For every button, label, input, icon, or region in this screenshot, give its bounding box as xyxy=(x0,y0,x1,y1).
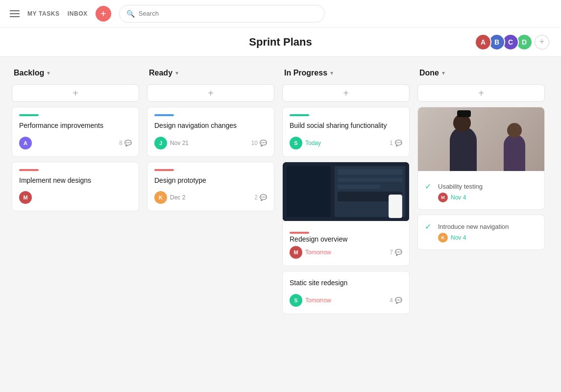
avatar: M xyxy=(438,193,448,202)
card[interactable]: Performance improvements A 8 💬 xyxy=(12,107,139,157)
card-title: Usability testing xyxy=(438,183,483,190)
comment-count: 4 xyxy=(390,297,393,304)
global-add-button[interactable]: + xyxy=(96,6,111,22)
kanban-board: Backlog ▾ + Performance improvements A 8… xyxy=(0,57,561,392)
card-accent xyxy=(290,114,309,116)
comment-icon: 💬 xyxy=(395,297,402,304)
card-assignee: M xyxy=(19,191,32,204)
card-comments: 1 💬 xyxy=(390,140,402,147)
comment-count: 1 xyxy=(390,140,393,147)
card[interactable]: Design navigation changes J Nov 21 10 💬 xyxy=(147,107,274,157)
card[interactable]: Build social sharing functionality S Tod… xyxy=(282,107,410,157)
card-accent xyxy=(154,114,174,116)
card-footer: S Tomorrow 4 💬 xyxy=(290,294,402,307)
completed-card-content: Introduce new navigation K Nov 4 xyxy=(438,222,537,243)
card-footer: S Today 1 💬 xyxy=(290,137,402,149)
column-header-done: Done ▾ xyxy=(417,69,545,77)
avatar: S xyxy=(290,137,302,149)
add-card-button-ready[interactable]: + xyxy=(147,84,274,102)
card-title: Implement new designs xyxy=(19,176,132,186)
comment-icon: 💬 xyxy=(260,194,267,201)
avatar: J xyxy=(154,137,167,149)
card-screenshot xyxy=(283,162,409,221)
card-footer: J Nov 21 10 💬 xyxy=(154,137,267,149)
card[interactable]: ✓ Usability testing M Nov 4 xyxy=(417,107,545,210)
card-assignee: M Tomorrow xyxy=(290,246,331,259)
card-footer: M Nov 4 xyxy=(438,193,537,202)
card-title: Design navigation changes xyxy=(154,121,267,131)
comment-count: 8 xyxy=(119,140,122,147)
card-comments: 2 💬 xyxy=(254,194,267,201)
column-title-done: Done xyxy=(419,69,439,77)
column-title-backlog: Backlog xyxy=(14,69,44,77)
chevron-down-icon: ▾ xyxy=(175,70,178,76)
card-date: Nov 4 xyxy=(451,194,466,201)
chevron-down-icon: ▾ xyxy=(330,70,333,76)
comment-icon: 💬 xyxy=(395,249,402,256)
avatar: A xyxy=(475,34,491,50)
card-title: Redesign overview xyxy=(290,235,347,243)
card[interactable]: Static site redesign S Tomorrow 4 💬 xyxy=(282,271,410,314)
avatar: M xyxy=(19,191,32,204)
card-date: Tomorrow xyxy=(305,249,331,256)
card-comments: 7 💬 xyxy=(390,249,402,256)
card-comments: 4 💬 xyxy=(390,297,402,304)
card-title: Introduce new navigation xyxy=(438,223,509,230)
column-in-progress: In Progress ▾ + Build social sharing fun… xyxy=(282,69,410,380)
add-member-button[interactable]: + xyxy=(535,35,549,49)
column-title-in-progress: In Progress xyxy=(284,69,327,77)
comment-icon: 💬 xyxy=(260,140,267,147)
search-bar[interactable]: 🔍 xyxy=(119,5,325,23)
card-assignee: A xyxy=(19,137,32,149)
card-accent xyxy=(19,169,39,171)
card[interactable]: Redesign overview M Tomorrow 7 💬 xyxy=(282,162,410,267)
card-comments: 10 💬 xyxy=(251,140,267,147)
card[interactable]: Implement new designs M xyxy=(12,162,139,212)
check-icon: ✓ xyxy=(425,182,431,191)
completed-card: ✓ Usability testing M Nov 4 xyxy=(425,182,537,202)
card-footer: A 8 💬 xyxy=(19,137,132,149)
comment-count: 7 xyxy=(390,249,393,256)
check-icon: ✓ xyxy=(425,222,431,231)
avatar: M xyxy=(290,246,302,259)
card-comments: 8 💬 xyxy=(119,140,132,147)
card-footer: M Tomorrow 7 💬 xyxy=(290,246,402,259)
card-accent xyxy=(19,114,39,116)
card-assignee: S Today xyxy=(290,137,321,149)
card-date: Nov 4 xyxy=(451,234,466,241)
card-title: Build social sharing functionality xyxy=(290,121,402,131)
add-card-button-done[interactable]: + xyxy=(417,84,545,102)
comment-icon: 💬 xyxy=(395,140,402,147)
completed-card: ✓ Introduce new navigation K Nov 4 xyxy=(425,222,537,243)
card-assignee: K Dec 2 xyxy=(154,191,185,204)
search-input[interactable] xyxy=(139,10,317,17)
add-card-button-in-progress[interactable]: + xyxy=(282,84,410,102)
chevron-down-icon: ▾ xyxy=(442,70,445,76)
column-header-in-progress: In Progress ▾ xyxy=(282,69,410,77)
card-title: Performance improvements xyxy=(19,121,132,131)
column-title-ready: Ready xyxy=(149,69,172,77)
add-card-button-backlog[interactable]: + xyxy=(12,84,139,102)
inbox-link[interactable]: INBOX xyxy=(68,10,88,17)
column-ready: Ready ▾ + Design navigation changes J No… xyxy=(147,69,274,380)
my-tasks-link[interactable]: MY TASKS xyxy=(27,10,60,17)
card-footer: K Nov 4 xyxy=(438,233,537,243)
column-done: Done ▾ + ✓ Usability testing xyxy=(417,69,545,380)
card-accent xyxy=(154,169,174,171)
avatar: K xyxy=(438,233,448,243)
avatar: A xyxy=(19,137,32,149)
column-backlog: Backlog ▾ + Performance improvements A 8… xyxy=(12,69,139,380)
card-date: Today xyxy=(305,140,321,147)
menu-icon[interactable] xyxy=(10,10,20,17)
card-assignee: S Tomorrow xyxy=(290,294,331,307)
page-header: Sprint Plans A B C D + xyxy=(0,27,561,57)
card[interactable]: ✓ Introduce new navigation K Nov 4 xyxy=(417,215,545,250)
card-footer: K Dec 2 2 💬 xyxy=(154,191,267,204)
card-footer: M xyxy=(19,191,132,204)
avatar-group: A B C D + xyxy=(475,34,549,50)
card[interactable]: Design prototype K Dec 2 2 💬 xyxy=(147,162,274,212)
comment-icon: 💬 xyxy=(124,140,132,147)
search-icon: 🔍 xyxy=(126,10,135,18)
top-navigation: MY TASKS INBOX + 🔍 xyxy=(0,0,561,27)
card-date: Nov 21 xyxy=(170,140,189,147)
